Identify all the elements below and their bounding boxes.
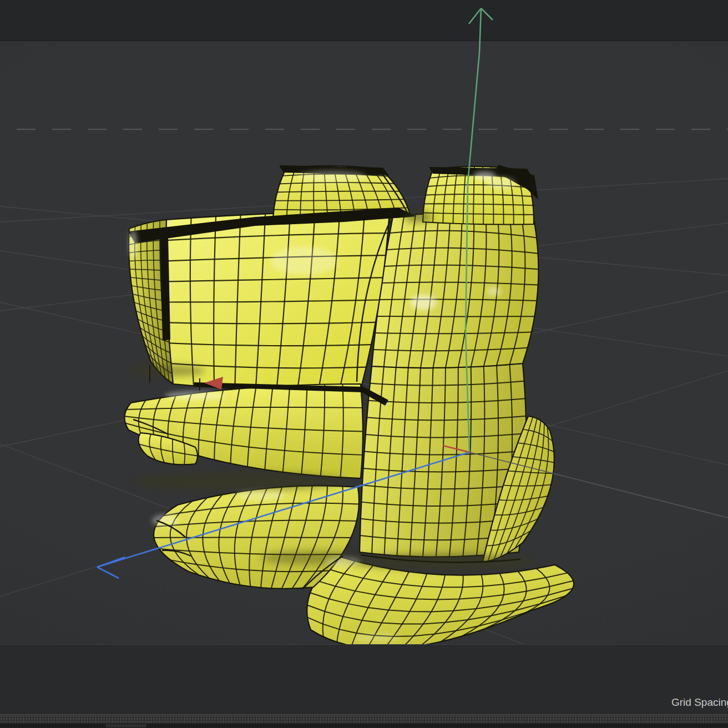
model-mesh[interactable] (124, 165, 574, 649)
model-part-head-front (166, 211, 390, 391)
model-part-foot-right (307, 556, 574, 649)
grid-spacing-label: Grid Spacing (671, 695, 728, 710)
viewport-content (0, 129, 728, 722)
model-part-body-upper (372, 214, 538, 368)
application-window: { "hud": { "grid_spacing_label": "Grid S… (0, 0, 728, 728)
viewport-canvas (0, 0, 728, 728)
model-part-arm (124, 384, 363, 478)
